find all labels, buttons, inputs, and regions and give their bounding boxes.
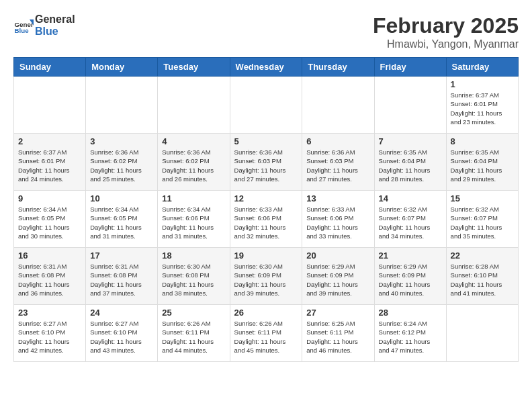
calendar-cell [302, 77, 374, 134]
day-number: 11 [162, 193, 225, 203]
calendar-week-row: 2Sunrise: 6:37 AM Sunset: 6:01 PM Daylig… [14, 134, 519, 191]
day-info: Sunrise: 6:30 AM Sunset: 6:09 PM Dayligh… [234, 262, 298, 298]
logo-blue-text: Blue [35, 26, 75, 38]
logo-general-text: General [35, 13, 75, 26]
calendar-cell: 1Sunrise: 6:37 AM Sunset: 6:01 PM Daylig… [446, 77, 518, 134]
calendar-cell: 24Sunrise: 6:27 AM Sunset: 6:10 PM Dayli… [86, 305, 158, 362]
calendar-cell: 27Sunrise: 6:25 AM Sunset: 6:11 PM Dayli… [302, 305, 374, 362]
day-number: 10 [90, 193, 153, 203]
day-info: Sunrise: 6:32 AM Sunset: 6:07 PM Dayligh… [451, 205, 514, 240]
calendar-cell [230, 77, 302, 134]
calendar-cell [86, 77, 158, 134]
day-number: 14 [379, 193, 442, 203]
day-number: 18 [162, 250, 225, 261]
day-info: Sunrise: 6:25 AM Sunset: 6:11 PM Dayligh… [306, 319, 369, 355]
calendar-header-tuesday: Tuesday [158, 58, 230, 77]
calendar-week-row: 1Sunrise: 6:37 AM Sunset: 6:01 PM Daylig… [14, 77, 519, 134]
calendar-cell: 25Sunrise: 6:26 AM Sunset: 6:11 PM Dayli… [158, 305, 230, 362]
day-info: Sunrise: 6:29 AM Sunset: 6:09 PM Dayligh… [306, 262, 369, 298]
day-info: Sunrise: 6:26 AM Sunset: 6:11 PM Dayligh… [162, 319, 225, 355]
day-info: Sunrise: 6:28 AM Sunset: 6:10 PM Dayligh… [451, 262, 514, 298]
calendar-cell [14, 77, 86, 134]
svg-text:Blue: Blue [15, 26, 30, 34]
day-info: Sunrise: 6:27 AM Sunset: 6:10 PM Dayligh… [90, 319, 153, 355]
day-info: Sunrise: 6:27 AM Sunset: 6:10 PM Dayligh… [18, 319, 81, 355]
calendar-cell: 19Sunrise: 6:30 AM Sunset: 6:09 PM Dayli… [230, 248, 302, 305]
day-number: 9 [18, 193, 81, 203]
calendar-cell: 2Sunrise: 6:37 AM Sunset: 6:01 PM Daylig… [14, 134, 86, 191]
calendar-header-wednesday: Wednesday [230, 58, 302, 77]
day-number: 13 [306, 193, 369, 203]
logo-icon: General Blue [13, 15, 34, 36]
calendar-week-row: 9Sunrise: 6:34 AM Sunset: 6:05 PM Daylig… [14, 191, 519, 248]
header: General Blue General Blue February 2025 … [13, 13, 519, 50]
day-number: 4 [162, 136, 225, 146]
day-number: 1 [451, 79, 514, 89]
calendar-header-friday: Friday [374, 58, 446, 77]
calendar-cell [374, 77, 446, 134]
day-number: 24 [90, 308, 153, 318]
calendar-cell: 15Sunrise: 6:32 AM Sunset: 6:07 PM Dayli… [446, 191, 518, 248]
day-number: 7 [379, 136, 442, 146]
calendar-header-thursday: Thursday [302, 58, 374, 77]
logo: General Blue General Blue [13, 13, 75, 37]
day-info: Sunrise: 6:34 AM Sunset: 6:06 PM Dayligh… [162, 205, 225, 240]
day-number: 21 [379, 250, 442, 261]
day-number: 3 [90, 136, 153, 146]
day-info: Sunrise: 6:24 AM Sunset: 6:12 PM Dayligh… [379, 319, 442, 355]
day-number: 26 [234, 308, 298, 318]
day-number: 22 [451, 250, 514, 261]
calendar-cell: 28Sunrise: 6:24 AM Sunset: 6:12 PM Dayli… [374, 305, 446, 362]
calendar-cell: 16Sunrise: 6:31 AM Sunset: 6:08 PM Dayli… [14, 248, 86, 305]
day-info: Sunrise: 6:37 AM Sunset: 6:01 PM Dayligh… [451, 91, 514, 126]
day-number: 6 [306, 136, 369, 146]
page-title: February 2025 [373, 13, 519, 38]
calendar-cell: 7Sunrise: 6:35 AM Sunset: 6:04 PM Daylig… [374, 134, 446, 191]
day-info: Sunrise: 6:30 AM Sunset: 6:08 PM Dayligh… [162, 262, 225, 298]
calendar-cell: 8Sunrise: 6:35 AM Sunset: 6:04 PM Daylig… [446, 134, 518, 191]
day-number: 12 [234, 193, 298, 203]
day-info: Sunrise: 6:31 AM Sunset: 6:08 PM Dayligh… [90, 262, 153, 298]
calendar-cell: 23Sunrise: 6:27 AM Sunset: 6:10 PM Dayli… [14, 305, 86, 362]
calendar-header-saturday: Saturday [446, 58, 518, 77]
calendar-cell: 4Sunrise: 6:36 AM Sunset: 6:02 PM Daylig… [158, 134, 230, 191]
calendar-header-row: SundayMondayTuesdayWednesdayThursdayFrid… [14, 58, 519, 77]
day-number: 15 [451, 193, 514, 203]
day-info: Sunrise: 6:31 AM Sunset: 6:08 PM Dayligh… [18, 262, 81, 298]
day-number: 20 [306, 250, 369, 261]
day-info: Sunrise: 6:36 AM Sunset: 6:02 PM Dayligh… [90, 148, 153, 183]
day-number: 28 [379, 308, 442, 318]
calendar-cell: 17Sunrise: 6:31 AM Sunset: 6:08 PM Dayli… [86, 248, 158, 305]
day-number: 16 [18, 250, 81, 261]
day-number: 19 [234, 250, 298, 261]
calendar-cell: 13Sunrise: 6:33 AM Sunset: 6:06 PM Dayli… [302, 191, 374, 248]
calendar-cell: 14Sunrise: 6:32 AM Sunset: 6:07 PM Dayli… [374, 191, 446, 248]
calendar-cell: 9Sunrise: 6:34 AM Sunset: 6:05 PM Daylig… [14, 191, 86, 248]
calendar-cell: 6Sunrise: 6:36 AM Sunset: 6:03 PM Daylig… [302, 134, 374, 191]
day-number: 8 [451, 136, 514, 146]
calendar-cell [158, 77, 230, 134]
calendar-cell [446, 305, 518, 362]
day-info: Sunrise: 6:35 AM Sunset: 6:04 PM Dayligh… [379, 148, 442, 183]
day-number: 2 [18, 136, 81, 146]
day-info: Sunrise: 6:33 AM Sunset: 6:06 PM Dayligh… [306, 205, 369, 240]
day-number: 17 [90, 250, 153, 261]
day-number: 25 [162, 308, 225, 318]
calendar-cell: 11Sunrise: 6:34 AM Sunset: 6:06 PM Dayli… [158, 191, 230, 248]
calendar-header-monday: Monday [86, 58, 158, 77]
day-info: Sunrise: 6:26 AM Sunset: 6:11 PM Dayligh… [234, 319, 298, 355]
calendar-cell: 22Sunrise: 6:28 AM Sunset: 6:10 PM Dayli… [446, 248, 518, 305]
calendar-cell: 21Sunrise: 6:29 AM Sunset: 6:09 PM Dayli… [374, 248, 446, 305]
day-info: Sunrise: 6:37 AM Sunset: 6:01 PM Dayligh… [18, 148, 81, 183]
day-info: Sunrise: 6:34 AM Sunset: 6:05 PM Dayligh… [90, 205, 153, 240]
calendar-cell: 26Sunrise: 6:26 AM Sunset: 6:11 PM Dayli… [230, 305, 302, 362]
calendar-cell: 10Sunrise: 6:34 AM Sunset: 6:05 PM Dayli… [86, 191, 158, 248]
calendar-header-sunday: Sunday [14, 58, 86, 77]
calendar-week-row: 23Sunrise: 6:27 AM Sunset: 6:10 PM Dayli… [14, 305, 519, 362]
title-area: February 2025 Hmawbi, Yangon, Myanmar [373, 13, 519, 50]
calendar-cell: 12Sunrise: 6:33 AM Sunset: 6:06 PM Dayli… [230, 191, 302, 248]
day-info: Sunrise: 6:35 AM Sunset: 6:04 PM Dayligh… [451, 148, 514, 183]
day-info: Sunrise: 6:32 AM Sunset: 6:07 PM Dayligh… [379, 205, 442, 240]
day-number: 23 [18, 308, 81, 318]
calendar-cell: 18Sunrise: 6:30 AM Sunset: 6:08 PM Dayli… [158, 248, 230, 305]
